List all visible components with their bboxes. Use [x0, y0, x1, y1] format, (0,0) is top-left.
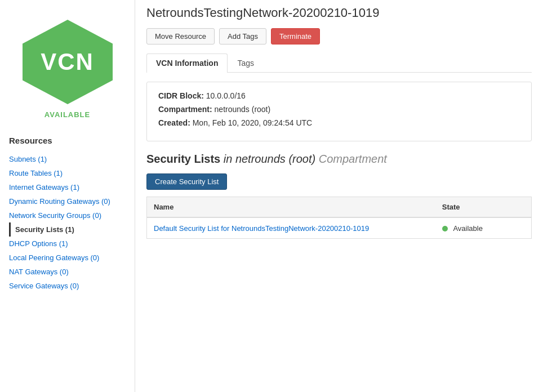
vcn-info-section: CIDR Block: 10.0.0.0/16 Compartment: net…: [146, 82, 532, 141]
created-label: Created:: [158, 118, 190, 127]
security-lists-heading: Security Lists in netrounds (root) Compa…: [146, 153, 532, 166]
heading-suffix: Compartment: [319, 153, 387, 165]
heading-compartment: netrounds (root): [235, 153, 315, 165]
status-text: Available: [453, 224, 483, 233]
tabs-container: VCN Information Tags: [146, 54, 532, 73]
main-layout: VCN AVAILABLE Resources Subnets (1) Rout…: [0, 0, 543, 392]
vcn-hexagon: VCN: [17, 17, 118, 107]
column-header-name: Name: [147, 197, 435, 218]
created-row: Created: Mon, Feb 10, 2020, 09:24:54 UTC: [158, 118, 520, 127]
sidebar-item-nat-gateways[interactable]: NAT Gateways (0): [9, 265, 126, 279]
security-lists-table: Name State Default Security List for Net…: [146, 197, 532, 239]
action-bar: Move Resource Add Tags Terminate: [146, 28, 532, 44]
cidr-label: CIDR Block:: [158, 91, 204, 100]
page-container: VCN AVAILABLE Resources Subnets (1) Rout…: [0, 0, 543, 392]
sidebar-item-internet-gateways[interactable]: Internet Gateways (1): [9, 180, 126, 194]
vcn-logo-text: VCN: [41, 48, 94, 75]
sidebar-item-route-tables[interactable]: Route Tables (1): [9, 166, 126, 180]
table-cell-state: Available: [435, 217, 532, 239]
security-list-link[interactable]: Default Security List for NetroundsTesti…: [154, 224, 369, 233]
sidebar: VCN AVAILABLE Resources Subnets (1) Rout…: [0, 0, 135, 392]
create-btn-container: Create Security List: [146, 173, 532, 190]
created-value: Mon, Feb 10, 2020, 09:24:54 UTC: [193, 118, 312, 127]
vcn-status-badge: AVAILABLE: [44, 110, 90, 119]
table-body: Default Security List for NetroundsTesti…: [147, 217, 532, 239]
tab-vcn-information[interactable]: VCN Information: [146, 54, 228, 73]
heading-in: in: [224, 153, 233, 165]
compartment-value: netrounds (root): [215, 105, 271, 114]
cidr-value: 10.0.0.0/16: [206, 91, 246, 100]
resources-title: Resources: [9, 136, 126, 145]
cidr-row: CIDR Block: 10.0.0.0/16: [158, 91, 520, 100]
table-cell-name: Default Security List for NetroundsTesti…: [147, 217, 435, 239]
vcn-logo-area: VCN AVAILABLE: [0, 11, 135, 130]
compartment-label: Compartment:: [158, 105, 212, 114]
create-security-list-button[interactable]: Create Security List: [146, 173, 227, 190]
terminate-button[interactable]: Terminate: [271, 28, 320, 44]
resources-section: Resources Subnets (1) Route Tables (1) I…: [0, 130, 135, 293]
table-header: Name State: [147, 197, 532, 218]
table-header-row: Name State: [147, 197, 532, 218]
sidebar-item-dynamic-routing-gateways[interactable]: Dynamic Routing Gateways (0): [9, 194, 126, 208]
table-row: Default Security List for NetroundsTesti…: [147, 217, 532, 239]
sidebar-item-local-peering-gateways[interactable]: Local Peering Gateways (0): [9, 251, 126, 265]
sidebar-item-service-gateways[interactable]: Service Gateways (0): [9, 279, 126, 293]
sidebar-item-network-security-groups[interactable]: Network Security Groups (0): [9, 208, 126, 222]
sidebar-item-security-lists[interactable]: Security Lists (1): [9, 222, 126, 237]
move-resource-button[interactable]: Move Resource: [146, 28, 215, 44]
content-area: NetroundsTestingNetwork-20200210-1019 Mo…: [135, 0, 543, 392]
status-dot-icon: [442, 226, 448, 231]
compartment-row: Compartment: netrounds (root): [158, 105, 520, 114]
sidebar-item-subnets[interactable]: Subnets (1): [9, 152, 126, 166]
column-header-state: State: [435, 197, 532, 218]
add-tags-button[interactable]: Add Tags: [219, 28, 266, 44]
tab-tags[interactable]: Tags: [228, 54, 264, 72]
page-title: NetroundsTestingNetwork-20200210-1019: [146, 6, 532, 20]
heading-prefix: Security Lists: [146, 153, 220, 165]
sidebar-item-dhcp-options[interactable]: DHCP Options (1): [9, 237, 126, 251]
